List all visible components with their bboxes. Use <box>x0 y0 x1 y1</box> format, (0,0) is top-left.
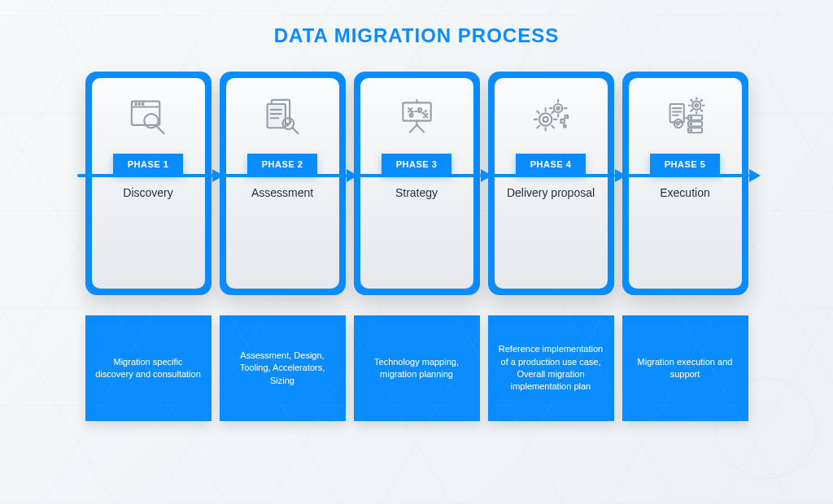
svg-line-16 <box>409 125 416 133</box>
gears-icon <box>529 94 574 139</box>
svg-point-4 <box>142 103 143 105</box>
phase-name: Strategy <box>395 186 438 201</box>
document-check-icon <box>260 94 305 139</box>
phase-badge: PHASE 4 <box>516 154 587 175</box>
phase-card-1: PHASE 1 Discovery <box>85 72 212 295</box>
phase-name: Execution <box>660 186 709 201</box>
svg-point-39 <box>690 124 691 125</box>
browser-magnify-icon <box>126 94 171 139</box>
svg-rect-25 <box>560 119 564 123</box>
phase-name: Delivery proposal <box>507 186 595 201</box>
execution-stack-icon <box>663 94 708 139</box>
diagram-title: DATA MIGRATION PROCESS <box>0 0 833 47</box>
svg-point-40 <box>690 129 691 131</box>
strategy-board-icon <box>395 94 439 139</box>
svg-point-21 <box>539 113 551 125</box>
phase-card-3: PHASE 3 Strategy <box>354 72 480 295</box>
descriptions-row: Migration specific discovery and consult… <box>0 315 833 421</box>
svg-point-24 <box>556 106 559 109</box>
svg-point-2 <box>135 103 137 105</box>
phase-description: Assessment, Design, Tooling, Accelerator… <box>220 315 346 421</box>
phase-badge: PHASE 2 <box>247 154 318 175</box>
svg-point-19 <box>418 108 421 111</box>
svg-line-6 <box>155 126 163 133</box>
phase-badge: PHASE 3 <box>382 154 452 175</box>
svg-point-29 <box>695 104 697 106</box>
svg-rect-27 <box>563 125 565 128</box>
phase-card-2: PHASE 2 Assessment <box>220 72 346 295</box>
phase-card-5: PHASE 5 Execution <box>622 72 748 295</box>
phase-description: Reference implementation of a production… <box>488 315 614 421</box>
phases-row: PHASE 1 Discovery PHASE 2 Assessment <box>0 72 833 295</box>
svg-line-17 <box>416 125 424 133</box>
phase-badge: PHASE 5 <box>650 154 721 175</box>
svg-point-3 <box>138 103 140 105</box>
svg-line-13 <box>292 128 298 133</box>
svg-point-23 <box>553 104 561 112</box>
phase-name: Discovery <box>123 186 172 201</box>
phase-badge: PHASE 1 <box>113 154 184 175</box>
svg-rect-26 <box>565 115 567 118</box>
svg-point-38 <box>690 117 691 119</box>
phase-name: Assessment <box>251 186 313 201</box>
phase-card-4: PHASE 4 Delivery proposal <box>488 72 614 295</box>
phase-description: Technology mapping, migration planning <box>354 315 480 421</box>
svg-point-22 <box>543 117 547 122</box>
phase-description: Migration execution and support <box>622 315 748 421</box>
svg-point-28 <box>692 102 700 110</box>
phase-description: Migration specific discovery and consult… <box>85 315 212 421</box>
